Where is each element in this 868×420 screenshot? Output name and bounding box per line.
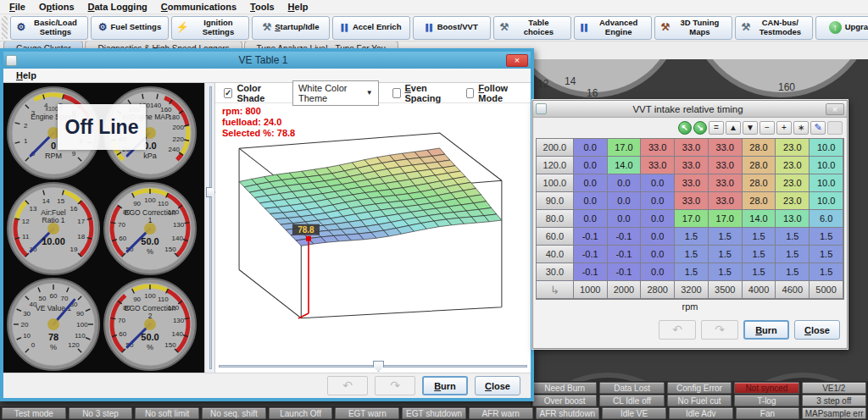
vvt-x-bin[interactable]: 5000 <box>810 281 843 299</box>
status-launch-off[interactable]: Launch Off <box>269 407 333 419</box>
checkbox-icon[interactable]: ✓ <box>224 88 232 98</box>
vvt-cell[interactable]: 28.0 <box>743 174 776 192</box>
vvt-cell[interactable]: 23.0 <box>776 192 810 210</box>
vvt-cell[interactable]: 33.0 <box>709 139 743 157</box>
vvt-cell[interactable]: -0.1 <box>608 228 642 246</box>
set-equal-icon[interactable]: = <box>709 121 724 135</box>
slider-thumb[interactable] <box>373 361 384 372</box>
color-shade-checkbox[interactable]: ✓Color Shade <box>224 83 279 103</box>
redo-icon[interactable]: ↷ <box>701 320 738 340</box>
vvt-cell[interactable]: 33.0 <box>641 139 675 157</box>
status-mapsample-err[interactable]: MAPsample err <box>802 407 866 419</box>
subtract-icon[interactable]: − <box>760 121 775 135</box>
status-no-3-step[interactable]: No 3 step <box>69 407 133 419</box>
close-icon[interactable]: × <box>506 54 528 67</box>
vvt-x-bin[interactable]: 4600 <box>776 281 810 299</box>
status-over-boost[interactable]: Over boost <box>532 395 597 406</box>
status-3-step-off[interactable]: 3 step off <box>802 395 866 406</box>
vvt-cell[interactable]: 0.0 <box>574 174 608 192</box>
vvt-cell[interactable]: 23.0 <box>776 174 810 192</box>
menu-help[interactable]: Help <box>282 1 314 13</box>
vvt-y-bin[interactable]: 30.0 <box>537 263 574 281</box>
vvt-cell[interactable]: 0.0 <box>641 263 675 281</box>
vvt-cell[interactable]: 14.0 <box>743 210 776 228</box>
edit-icon[interactable]: ✎ <box>810 121 826 135</box>
vvt-x-bin[interactable]: 3200 <box>675 281 709 299</box>
color-theme-dropdown[interactable]: White Color Theme▼ <box>292 80 379 106</box>
vvt-cell[interactable]: 0.0 <box>641 174 675 192</box>
status-no-seq-shift[interactable]: No seq. shift <box>202 407 266 419</box>
vvt-y-bin[interactable]: 40.0 <box>537 246 574 263</box>
vvt-cell[interactable]: 0.0 <box>608 210 642 228</box>
status-no-soft-limit[interactable]: No soft limit <box>135 407 199 419</box>
ignition-settings-button[interactable]: ⚡Ignition Settings <box>171 16 249 40</box>
vvt-y-bin[interactable]: 100.0 <box>537 174 574 192</box>
close-button[interactable]: Close <box>794 320 840 340</box>
vvt-cell[interactable]: 1.5 <box>709 263 743 281</box>
vvt-cell[interactable]: 33.0 <box>641 157 675 174</box>
vvt-cell[interactable]: 14.0 <box>608 157 642 174</box>
fuel-settings-button[interactable]: ⚙Fuel Settings <box>91 16 169 40</box>
vvt-cell[interactable]: 17.0 <box>709 210 743 228</box>
vvt-cell[interactable]: 1.5 <box>709 246 743 263</box>
vvt-cell[interactable]: 10.0 <box>810 157 843 174</box>
vvt-cell[interactable]: 0.0 <box>574 157 608 174</box>
vvt-cell[interactable]: 28.0 <box>743 157 776 174</box>
vvt-x-bin[interactable]: 1000 <box>574 281 608 299</box>
vvt-cell[interactable]: 28.0 <box>743 192 776 210</box>
vvt-cell[interactable]: 1.5 <box>810 263 843 281</box>
status-idle-adv[interactable]: Idle Adv <box>669 407 733 419</box>
accel-enrich-button[interactable]: ▌▌Accel Enrich <box>332 16 410 40</box>
redo-icon[interactable]: ↷ <box>375 376 415 395</box>
menu-options[interactable]: Options <box>33 1 81 13</box>
startup-idle-button[interactable]: ⚒Startup/Idle <box>252 16 330 40</box>
boost-vvt-button[interactable]: ▌▌Boost/VVT <box>413 16 491 40</box>
horizontal-rotation-slider[interactable] <box>215 360 531 373</box>
status-need-burn[interactable]: Need Burn <box>532 382 597 394</box>
upgrade--button[interactable]: ↑Upgrade! <box>815 16 868 40</box>
checkbox-icon[interactable] <box>466 88 475 98</box>
vvt-y-bin[interactable]: 90.0 <box>537 192 574 210</box>
advanced-engine-button[interactable]: ▌▌Advanced Engine <box>574 16 652 40</box>
status-afr-shutdown[interactable]: AFR shutdown <box>536 407 600 419</box>
multiply-icon[interactable]: ∗ <box>793 121 809 135</box>
table-larger-icon[interactable]: ↘ <box>693 121 707 135</box>
vvt-cell[interactable]: 1.5 <box>675 263 709 281</box>
vvt-cell[interactable]: 1.5 <box>776 246 810 263</box>
vvt-cell[interactable]: 17.0 <box>675 210 709 228</box>
status-not-synced[interactable]: Not synced <box>734 382 798 394</box>
vvt-x-bin[interactable]: 4000 <box>743 281 776 299</box>
ve-3d-plot[interactable]: rpm: 800fuelload: 24.0Selected %: 78.8 7… <box>215 103 531 360</box>
vertical-rotation-slider[interactable] <box>204 83 215 373</box>
vvt-cell[interactable]: 10.0 <box>810 192 843 210</box>
vvt-cell[interactable]: -0.1 <box>608 246 642 263</box>
slider-thumb[interactable] <box>206 187 215 197</box>
vvt-y-bin[interactable]: 120.0 <box>537 157 574 174</box>
vvt-cell[interactable]: 0.0 <box>641 210 675 228</box>
vvt-cell[interactable]: 0.0 <box>608 192 642 210</box>
undo-icon[interactable]: ↶ <box>327 376 368 395</box>
vvt-cell[interactable]: 33.0 <box>675 157 709 174</box>
close-icon[interactable]: × <box>826 103 844 115</box>
basic-load-settings-button[interactable]: ⚙Basic/Load Settings <box>10 16 88 40</box>
vvt-dialog-titlebar[interactable]: VVT intake relative timing × <box>533 101 847 118</box>
menu-data-logging[interactable]: Data Logging <box>82 1 153 13</box>
status-ve1-2[interactable]: VE1/2 <box>802 382 866 394</box>
vvt-cell[interactable]: 1.5 <box>675 228 709 246</box>
vvt-cell[interactable]: 33.0 <box>675 174 709 192</box>
vvt-cell[interactable]: 0.0 <box>641 192 675 210</box>
vvt-cell[interactable]: 0.0 <box>574 139 608 157</box>
status-test-mode[interactable]: Test mode <box>2 407 66 419</box>
even-spacing-checkbox[interactable]: Even Spacing <box>392 83 453 103</box>
vvt-cell[interactable]: -0.1 <box>574 246 608 263</box>
vvt-cell[interactable]: 0.0 <box>641 228 675 246</box>
vvt-cell[interactable]: 1.5 <box>776 263 810 281</box>
burn-button[interactable]: Burn <box>743 320 789 340</box>
status-egt-shutdown[interactable]: EGT shutdown <box>402 407 466 419</box>
vvt-cell[interactable]: 33.0 <box>709 192 743 210</box>
vvt-cell[interactable]: -0.1 <box>608 263 642 281</box>
table-choices-button[interactable]: ⚒Table choices <box>493 16 571 40</box>
status-idle-ve[interactable]: Idle VE <box>602 407 666 419</box>
status-cl-idle-off[interactable]: CL Idle off <box>599 395 664 406</box>
vvt-cell[interactable]: -0.1 <box>574 263 608 281</box>
